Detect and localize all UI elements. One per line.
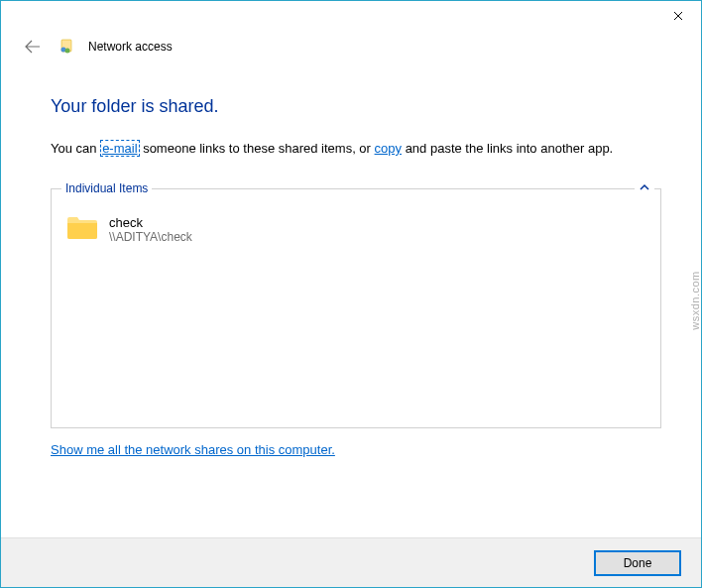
window-title: Network access xyxy=(88,40,173,54)
footer: Done xyxy=(1,537,701,587)
email-link[interactable]: e-mail xyxy=(100,140,139,157)
back-button[interactable] xyxy=(21,35,45,59)
titlebar xyxy=(1,1,701,31)
watermark: wsxdn.com xyxy=(689,271,701,330)
desc-prefix: You can xyxy=(51,141,100,156)
show-all-shares-link[interactable]: Show me all the network shares on this c… xyxy=(51,442,335,457)
collapse-toggle[interactable] xyxy=(635,181,654,196)
header-row: Network access xyxy=(1,31,701,66)
group-legend: Individual Items xyxy=(61,181,152,195)
item-name: check xyxy=(109,215,192,230)
done-button[interactable]: Done xyxy=(594,550,681,576)
description-text: You can e-mail someone links to these sh… xyxy=(51,139,661,159)
content-area: Your folder is shared. You can e-mail so… xyxy=(1,66,701,457)
desc-suffix: and paste the links into another app. xyxy=(402,141,613,156)
item-texts: check \\ADITYA\check xyxy=(109,213,192,244)
desc-mid: someone links to these shared items, or xyxy=(140,141,375,156)
back-arrow-icon xyxy=(25,39,41,55)
individual-items-group: Individual Items check \\ADITYA\check xyxy=(51,188,661,428)
item-path: \\ADITYA\check xyxy=(109,230,192,244)
close-button[interactable] xyxy=(655,1,701,31)
chevron-up-icon xyxy=(639,181,650,193)
close-icon xyxy=(673,11,683,21)
svg-point-2 xyxy=(65,49,70,54)
shared-item-row[interactable]: check \\ADITYA\check xyxy=(52,189,660,244)
page-heading: Your folder is shared. xyxy=(51,96,661,117)
folder-icon xyxy=(65,213,99,241)
copy-link[interactable]: copy xyxy=(375,141,402,156)
network-access-icon xyxy=(58,39,74,55)
